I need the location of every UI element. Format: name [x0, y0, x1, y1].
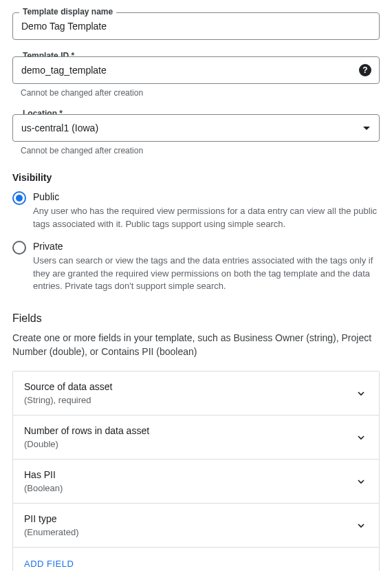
chevron-down-icon	[354, 475, 368, 488]
location-helper: Cannot be changed after creation	[21, 146, 380, 155]
field-row-type: (Enumerated)	[24, 527, 354, 537]
field-row-name: Source of data asset	[24, 381, 354, 392]
field-row-type: (Double)	[24, 439, 354, 449]
radio-private-desc: Users can search or view the tags and th…	[33, 255, 380, 294]
field-row[interactable]: Number of rows in data asset (Double)	[13, 416, 379, 460]
visibility-title: Visibility	[12, 172, 380, 183]
chevron-down-icon	[354, 519, 368, 532]
field-row-type: (String), required	[24, 395, 354, 405]
field-row-name: PII type	[24, 513, 354, 524]
template-id-input[interactable]	[12, 56, 380, 84]
location-input[interactable]	[12, 114, 380, 142]
field-row-name: Number of rows in data asset	[24, 425, 354, 436]
radio-public-desc: Any user who has the required view permi…	[33, 205, 380, 231]
radio-public-label: Public	[33, 191, 380, 202]
field-row-name: Has PII	[24, 469, 354, 480]
radio-private[interactable]	[12, 241, 26, 255]
fields-title: Fields	[12, 312, 380, 325]
fields-section: Fields Create one or more fields in your…	[12, 312, 380, 571]
field-row-type: (Boolean)	[24, 483, 354, 493]
fields-description: Create one or more fields in your templa…	[12, 332, 380, 358]
template-id-field: Template ID * ?	[12, 56, 380, 84]
radio-private-label: Private	[33, 241, 380, 252]
location-field: Location *	[12, 114, 380, 142]
display-name-label: Template display name	[19, 7, 116, 17]
display-name-field: Template display name	[12, 12, 380, 40]
visibility-option-private[interactable]: Private Users can search or view the tag…	[12, 241, 380, 294]
field-row[interactable]: PII type (Enumerated)	[13, 504, 379, 548]
visibility-option-public[interactable]: Public Any user who has the required vie…	[12, 191, 380, 231]
template-id-helper: Cannot be changed after creation	[21, 88, 380, 98]
visibility-section: Visibility Public Any user who has the r…	[12, 172, 380, 293]
help-icon[interactable]: ?	[359, 64, 371, 76]
field-row[interactable]: Has PII (Boolean)	[13, 460, 379, 504]
field-row[interactable]: Source of data asset (String), required	[13, 371, 379, 416]
location-select[interactable]	[12, 114, 380, 142]
chevron-down-icon	[354, 387, 368, 400]
display-name-input[interactable]	[12, 12, 380, 40]
add-field-row: ADD FIELD	[13, 548, 379, 571]
add-field-button[interactable]: ADD FIELD	[24, 559, 74, 569]
fields-list: Source of data asset (String), required …	[12, 371, 380, 571]
radio-public[interactable]	[12, 191, 26, 205]
chevron-down-icon	[354, 431, 368, 444]
